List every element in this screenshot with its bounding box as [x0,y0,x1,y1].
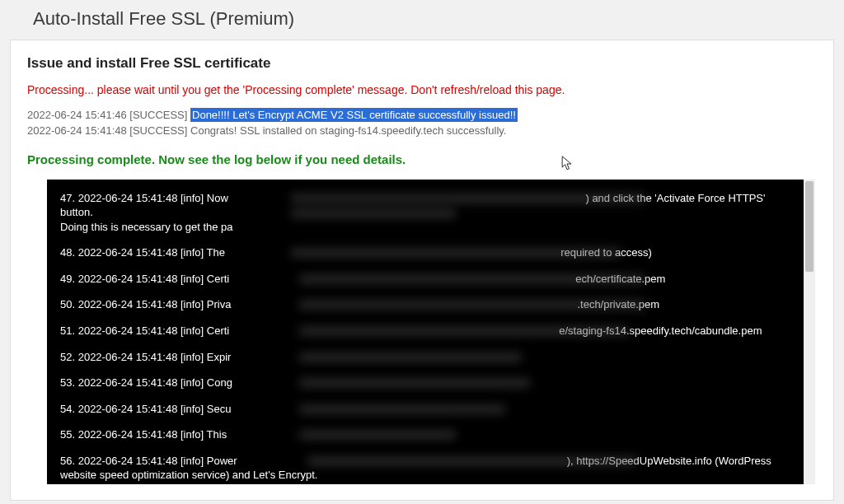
status-highlight[interactable]: Done!!!! Let's Encrypt ACME V2 SSL certi… [190,108,518,122]
log-entry: 51. 2022-06-24 15:41:48 [info] Certie/st… [60,324,790,338]
log-entry-prefix: 49. 2022-06-24 15:41:48 [info] Certi [60,273,229,285]
processing-message: Processing... please wait until you get … [27,83,817,96]
redacted-blur [291,208,456,218]
page-title: Auto-Install Free SSL (Premium) [0,0,844,40]
log-entry-prefix: 53. 2022-06-24 15:41:48 [info] Cong [60,376,232,389]
scrollbar-thumb[interactable] [805,181,814,272]
processing-complete-message: Processing complete. Now see the log bel… [27,152,817,166]
log-entry: 54. 2022-06-24 15:41:48 [info] Secu [60,402,790,417]
redacted-blur [291,248,621,258]
log-entry: 55. 2022-06-24 15:41:48 [info] This [60,427,790,442]
redacted-blur [299,300,645,310]
status-lines: 2022-06-24 15:41:46 [SUCCESS] Done!!!! L… [27,108,817,139]
scrollbar-track[interactable] [804,180,815,484]
log-entry-prefix: 48. 2022-06-24 15:41:48 [info] The [60,246,228,259]
log-entry-prefix: 51. 2022-06-24 15:41:48 [info] Certi [60,324,229,337]
log-entry: 49. 2022-06-24 15:41:48 [info] Certiech/… [60,272,790,287]
log-entry: 56. 2022-06-24 15:41:48 [info] Power), h… [60,454,790,483]
log-wrapper: 47. 2022-06-24 15:41:48 [info] Now ) and… [47,180,815,484]
redacted-blur [307,456,637,466]
status-prefix: 2022-06-24 15:41:48 [SUCCESS] Congrats! … [27,124,506,137]
redacted-blur [299,352,522,362]
log-entry: 53. 2022-06-24 15:41:48 [info] Cong [60,376,790,390]
log-entry-prefix: 54. 2022-06-24 15:41:48 [info] Secu [60,403,231,415]
section-heading: Issue and install Free SSL certificate [27,55,817,72]
log-entry-prefix: 50. 2022-06-24 15:41:48 [info] Priva [60,298,231,310]
log-entry-line2: Doing this is necessary to get the pa [60,221,233,233]
log-entry: 47. 2022-06-24 15:41:48 [info] Now ) and… [60,191,790,235]
redacted-blur [299,378,530,388]
log-entry: 50. 2022-06-24 15:41:48 [info] Priva.tec… [60,297,790,312]
log-entry: 52. 2022-06-24 15:41:48 [info] Expir [60,350,790,365]
log-entry-prefix: 47. 2022-06-24 15:41:48 [info] Now [60,192,231,204]
redacted-blur [299,430,456,440]
status-prefix: 2022-06-24 15:41:46 [SUCCESS] [27,109,190,121]
status-line-2: 2022-06-24 15:41:48 [SUCCESS] Congrats! … [27,124,817,139]
log-entry-prefix: 56. 2022-06-24 15:41:48 [info] Power [60,455,237,467]
log-entry-prefix: 55. 2022-06-24 15:41:48 [info] This [60,428,227,441]
log-console[interactable]: 47. 2022-06-24 15:41:48 [info] Now ) and… [47,180,804,484]
log-entry-line2: website speed optimization service) and … [60,469,317,481]
redacted-blur [291,194,645,203]
log-entry: 48. 2022-06-24 15:41:48 [info] The requi… [60,245,790,260]
ssl-panel: Issue and install Free SSL certificate P… [10,40,834,501]
redacted-blur [299,404,505,414]
status-line-1: 2022-06-24 15:41:46 [SUCCESS] Done!!!! L… [27,108,817,124]
log-entry-prefix: 52. 2022-06-24 15:41:48 [info] Expir [60,351,231,363]
redacted-blur [299,326,629,336]
redacted-blur [299,274,645,284]
